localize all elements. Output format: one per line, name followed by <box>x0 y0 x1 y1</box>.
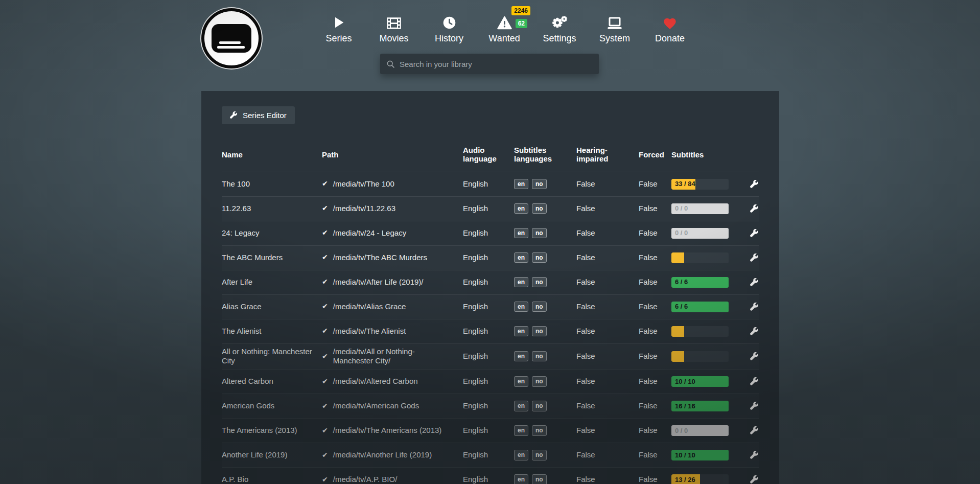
table-row: 11.22.63 ✔ /media/tv/11.22.63 English en… <box>222 196 759 221</box>
wrench-icon[interactable] <box>750 451 759 459</box>
series-path: ✔ /media/tv/The Alienist <box>322 327 463 336</box>
nav-label: Wanted <box>488 33 520 44</box>
language-badge: no <box>532 203 547 214</box>
play-icon <box>332 12 346 30</box>
nav-item-history[interactable]: History <box>432 12 466 44</box>
wrench-icon[interactable] <box>750 352 759 361</box>
app-logo[interactable] <box>201 8 262 68</box>
path-text: /media/tv/After Life (2019)/ <box>333 278 424 287</box>
hearing-impaired-value: False <box>576 450 639 460</box>
progress-label: 16 / 16 <box>675 402 695 410</box>
series-name-link[interactable]: Another Life (2019) <box>222 450 322 460</box>
wrench-icon[interactable] <box>750 377 759 386</box>
subtitles-languages-badges: enno <box>514 425 576 435</box>
forced-value: False <box>639 179 671 189</box>
wrench-icon[interactable] <box>750 475 759 484</box>
column-header-forced: Forced <box>639 150 671 159</box>
hearing-impaired-value: False <box>576 426 639 435</box>
laptop-icon <box>607 12 622 30</box>
check-icon: ✔ <box>322 179 328 189</box>
language-badge: no <box>532 302 547 312</box>
series-name-link[interactable]: The 100 <box>222 179 322 189</box>
column-header-path: Path <box>322 150 463 159</box>
subtitles-progress-bar: 10 / 10 <box>671 450 729 460</box>
wrench-icon[interactable] <box>750 229 759 238</box>
audio-language-value: English <box>463 377 514 386</box>
subtitles-languages-badges: enno <box>514 277 576 287</box>
table-row: Altered Carbon ✔ /media/tv/Altered Carbo… <box>222 369 759 394</box>
wrench-icon[interactable] <box>750 402 759 410</box>
language-badge: en <box>514 277 528 287</box>
logo-screen-shape <box>212 24 251 53</box>
subtitles-progress-bar <box>671 252 729 263</box>
series-name-link[interactable]: 11.22.63 <box>222 204 322 214</box>
path-text: /media/tv/Alias Grace <box>333 302 406 312</box>
table-row: The Alienist ✔ /media/tv/The Alienist En… <box>222 319 759 343</box>
nav-item-wanted[interactable]: 2246 62 Wanted <box>487 12 521 44</box>
progress-label: 0 / 0 <box>675 229 688 237</box>
wrench-icon[interactable] <box>750 278 759 287</box>
series-name-link[interactable]: All or Nothing: Manchester City <box>222 347 322 366</box>
subtitles-progress-bar: 0 / 0 <box>671 228 729 239</box>
nav-label: History <box>435 33 463 44</box>
series-name-link[interactable]: The ABC Murders <box>222 253 322 263</box>
wrench-icon[interactable] <box>750 303 759 311</box>
subtitles-progress-bar: 13 / 26 <box>671 474 729 484</box>
path-text: /media/tv/11.22.63 <box>333 204 395 214</box>
check-icon: ✔ <box>322 451 328 460</box>
audio-language-value: English <box>463 327 514 336</box>
series-name-link[interactable]: American Gods <box>222 401 322 411</box>
nav-item-donate[interactable]: Donate <box>653 12 687 44</box>
column-header-hearing-impaired: Hearing-impaired <box>576 146 639 164</box>
forced-value: False <box>639 475 671 484</box>
series-name-link[interactable]: The Alienist <box>222 327 322 336</box>
wrench-icon[interactable] <box>750 426 759 435</box>
series-name-link[interactable]: Alias Grace <box>222 302 322 312</box>
subtitles-languages-badges: enno <box>514 376 576 386</box>
series-path: ✔ /media/tv/After Life (2019)/ <box>322 278 463 287</box>
series-name-link[interactable]: The Americans (2013) <box>222 426 322 435</box>
search-input[interactable] <box>400 60 593 68</box>
series-name-link[interactable]: Altered Carbon <box>222 377 322 386</box>
language-badge: en <box>514 302 528 312</box>
check-icon: ✔ <box>322 402 328 411</box>
table-header: Name Path Audio language Subtitles langu… <box>222 140 759 172</box>
nav-item-settings[interactable]: Settings <box>543 12 576 44</box>
subtitles-progress-bar: 0 / 0 <box>671 425 729 436</box>
hearing-impaired-value: False <box>576 179 639 189</box>
library-search <box>380 54 599 74</box>
audio-language-value: English <box>463 253 514 263</box>
language-badge: en <box>514 474 528 484</box>
wrench-icon[interactable] <box>750 327 759 336</box>
progress-label: 10 / 10 <box>675 451 695 459</box>
nav-label: Series <box>325 33 352 44</box>
nav-item-series[interactable]: Series <box>322 12 356 44</box>
series-name-link[interactable]: 24: Legacy <box>222 228 322 238</box>
wrench-icon[interactable] <box>750 204 759 213</box>
series-editor-button[interactable]: Series Editor <box>222 106 295 124</box>
progress-fill <box>671 351 684 362</box>
check-icon: ✔ <box>322 352 328 361</box>
series-name-link[interactable]: After Life <box>222 278 322 287</box>
nav-label: System <box>599 33 630 44</box>
path-text: /media/tv/24 - Legacy <box>333 228 406 238</box>
hearing-impaired-value: False <box>576 302 639 312</box>
hearing-impaired-value: False <box>576 204 639 214</box>
series-path: ✔ /media/tv/Another Life (2019) <box>322 450 463 460</box>
series-name-link[interactable]: A.P. Bio <box>222 475 322 484</box>
nav-label: Donate <box>655 33 685 44</box>
language-badge: no <box>532 228 547 238</box>
table-row: The Americans (2013) ✔ /media/tv/The Ame… <box>222 418 759 443</box>
audio-language-value: English <box>463 204 514 214</box>
table-row: Alias Grace ✔ /media/tv/Alias Grace Engl… <box>222 294 759 319</box>
language-badge: en <box>514 203 528 214</box>
language-badge: en <box>514 228 528 238</box>
search-icon <box>386 60 395 68</box>
nav-item-system[interactable]: System <box>598 12 632 44</box>
series-path: ✔ /media/tv/All or Nothing- Manchester C… <box>322 347 463 366</box>
wrench-icon[interactable] <box>750 253 759 262</box>
subtitles-progress-bar <box>671 351 729 362</box>
subtitles-progress-bar <box>671 326 729 337</box>
nav-item-movies[interactable]: Movies <box>377 12 411 44</box>
wrench-icon[interactable] <box>750 180 759 189</box>
